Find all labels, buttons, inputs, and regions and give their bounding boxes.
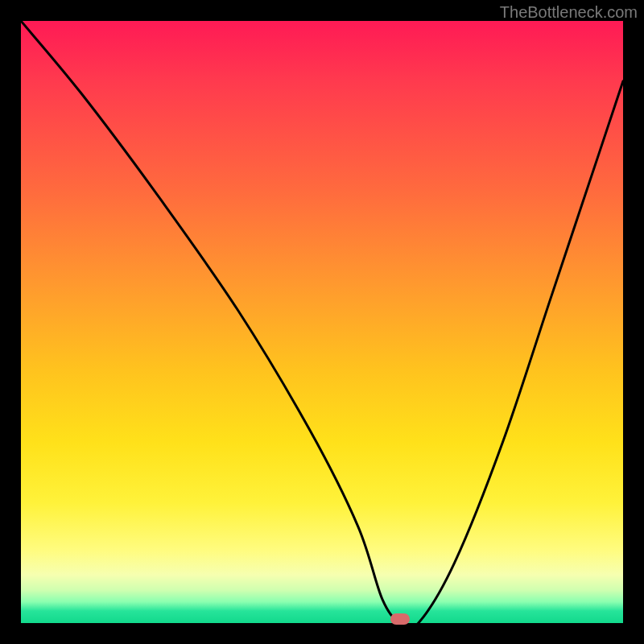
- optimum-marker: [390, 613, 410, 625]
- watermark-text: TheBottleneck.com: [500, 3, 638, 22]
- curve-path: [21, 21, 623, 623]
- bottleneck-curve: [21, 21, 623, 623]
- plot-area: [21, 21, 623, 623]
- chart-frame: TheBottleneck.com: [0, 0, 644, 644]
